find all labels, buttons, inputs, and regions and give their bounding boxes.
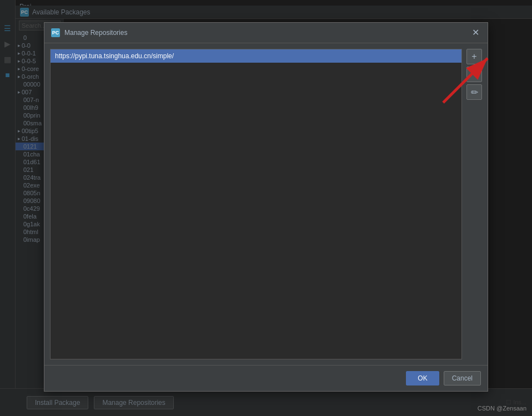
dialog-footer: OK Cancel bbox=[44, 365, 488, 391]
dialog-titlebar: PC Manage Repositories ✕ bbox=[44, 23, 488, 43]
repo-action-buttons: + − ✏ bbox=[466, 49, 482, 359]
dialog-pycharm-icon: PC bbox=[51, 28, 60, 37]
add-repo-button[interactable]: + bbox=[466, 49, 482, 64]
dialog-title: Manage Repositories bbox=[64, 29, 127, 37]
ok-button[interactable]: OK bbox=[406, 371, 439, 385]
manage-repositories-dialog: PC Manage Repositories ✕ https://pypi.tu… bbox=[44, 22, 488, 392]
edit-repo-button[interactable]: ✏ bbox=[466, 84, 482, 100]
dialog-content: https://pypi.tuna.tsinghua.edu.cn/simple… bbox=[44, 43, 488, 365]
watermark: CSDN @Zensaan bbox=[478, 405, 526, 412]
cancel-button[interactable]: Cancel bbox=[444, 371, 481, 385]
titlebar-left: PC Manage Repositories bbox=[51, 28, 127, 37]
repo-item[interactable]: https://pypi.tuna.tsinghua.edu.cn/simple… bbox=[51, 49, 461, 63]
remove-repo-button[interactable]: − bbox=[466, 67, 482, 82]
repo-list: https://pypi.tuna.tsinghua.edu.cn/simple… bbox=[50, 49, 462, 359]
dialog-close-button[interactable]: ✕ bbox=[470, 27, 481, 38]
modal-overlay: PC Manage Repositories ✕ https://pypi.tu… bbox=[0, 0, 532, 416]
